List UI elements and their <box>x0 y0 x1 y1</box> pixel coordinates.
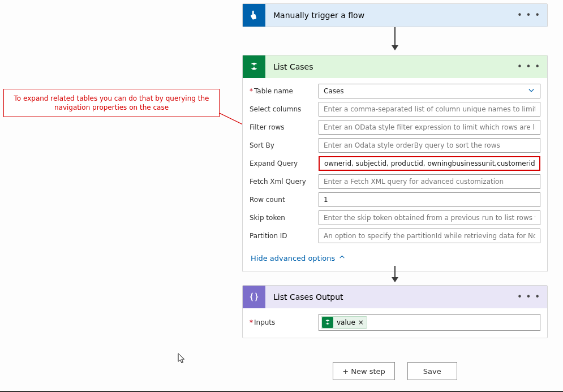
expand-query-input[interactable] <box>319 156 540 171</box>
table-name-value: Cases <box>324 84 344 98</box>
inputs-field[interactable]: value × <box>319 314 540 331</box>
label-sort-by: Sort By <box>250 141 319 149</box>
dataverse-icon <box>322 317 333 328</box>
flow-arrow-icon <box>394 27 396 50</box>
chevron-up-icon <box>338 253 346 262</box>
label-partition-id: Partition ID <box>250 232 319 240</box>
annotation-callout: To expand related tables you can do that… <box>3 89 220 117</box>
list-cases-output-card[interactable]: List Cases Output • • • *Inputs value × <box>242 285 548 338</box>
trigger-menu-button[interactable]: • • • <box>510 10 547 20</box>
partition-id-input[interactable] <box>319 229 540 243</box>
fetch-xml-input[interactable] <box>319 174 540 189</box>
table-name-select[interactable]: Cases <box>319 84 540 98</box>
pointer-icon <box>243 4 265 27</box>
new-step-button[interactable]: + New step <box>333 362 395 380</box>
label-expand-query: Expand Query <box>250 160 319 167</box>
label-row-count: Row count <box>250 196 319 204</box>
list-cases-menu-button[interactable]: • • • <box>510 62 547 72</box>
label-table-name: *Table name <box>250 87 319 95</box>
chevron-down-icon <box>527 87 535 96</box>
trigger-card[interactable]: Manually trigger a flow • • • <box>242 3 548 27</box>
trigger-title: Manually trigger a flow <box>265 11 510 20</box>
output-title: List Cases Output <box>265 292 510 301</box>
annotation-text: To expand related tables you can do that… <box>11 94 212 112</box>
braces-icon <box>243 286 265 308</box>
list-cases-card[interactable]: List Cases • • • *Table name Cases Selec… <box>242 55 548 272</box>
label-fetch-xml: Fetch Xml Query <box>250 178 319 186</box>
token-remove-icon[interactable]: × <box>358 318 364 326</box>
value-token[interactable]: value × <box>321 316 367 329</box>
save-button[interactable]: Save <box>407 362 457 380</box>
flow-arrow-icon <box>394 266 396 282</box>
label-filter-rows: Filter rows <box>250 123 319 131</box>
label-inputs: *Inputs <box>250 318 319 326</box>
list-cases-title: List Cases <box>265 62 510 71</box>
label-select-columns: Select columns <box>250 105 319 113</box>
cursor-icon <box>178 353 187 366</box>
sort-by-input[interactable] <box>319 138 540 153</box>
label-skip-token: Skip token <box>250 214 319 222</box>
filter-rows-input[interactable] <box>319 120 540 135</box>
dataverse-icon <box>243 55 265 78</box>
output-menu-button[interactable]: • • • <box>510 292 547 302</box>
row-count-input[interactable] <box>319 192 540 207</box>
token-label: value <box>337 318 355 326</box>
footer-actions: + New step Save <box>242 362 548 380</box>
select-columns-input[interactable] <box>319 102 540 117</box>
hide-advanced-toggle[interactable]: Hide advanced options <box>251 253 346 262</box>
skip-token-input[interactable] <box>319 210 540 225</box>
hide-advanced-label: Hide advanced options <box>251 254 335 262</box>
